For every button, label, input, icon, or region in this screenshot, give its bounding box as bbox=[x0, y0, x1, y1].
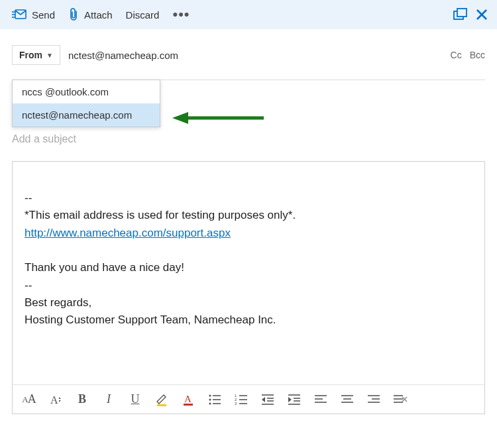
svg-rect-13 bbox=[184, 404, 193, 406]
svg-text:A: A bbox=[50, 394, 58, 406]
align-left-button[interactable] bbox=[308, 387, 333, 412]
cc-button[interactable]: Cc bbox=[451, 50, 462, 60]
discard-label: Discard bbox=[126, 9, 160, 21]
body-line bbox=[25, 242, 472, 259]
highlight-button[interactable] bbox=[149, 387, 174, 412]
svg-point-14 bbox=[209, 394, 211, 396]
attach-button[interactable]: Attach bbox=[62, 4, 119, 25]
svg-text:A: A bbox=[184, 394, 192, 404]
body-line: -- bbox=[25, 190, 472, 207]
svg-point-16 bbox=[209, 398, 211, 400]
body-line: Best regards, bbox=[25, 294, 472, 311]
svg-marker-30 bbox=[262, 397, 265, 402]
from-row: From ▼ nctest@namecheap.com Cc Bcc bbox=[12, 45, 485, 65]
from-option-1[interactable]: nctest@namecheap.com bbox=[13, 103, 160, 127]
bullet-list-button[interactable] bbox=[202, 387, 227, 412]
indent-decrease-button[interactable] bbox=[255, 387, 280, 412]
from-option-0[interactable]: nccs @outlook.com bbox=[13, 80, 160, 103]
from-selected-address: nctest@namecheap.com bbox=[68, 50, 178, 61]
format-toolbar: AA A B I U A bbox=[13, 384, 484, 414]
svg-rect-11 bbox=[157, 404, 166, 406]
popout-icon[interactable] bbox=[453, 8, 468, 21]
svg-marker-35 bbox=[288, 397, 292, 402]
bold-button[interactable]: B bbox=[70, 387, 95, 412]
svg-rect-5 bbox=[457, 9, 467, 17]
more-actions-button[interactable]: ••• bbox=[166, 6, 196, 23]
subject-input[interactable] bbox=[12, 131, 485, 148]
send-label: Send bbox=[32, 9, 55, 21]
bcc-button[interactable]: Bcc bbox=[470, 50, 485, 60]
underline-button[interactable]: U bbox=[123, 387, 148, 412]
from-dropdown-menu: nccs @outlook.com nctest@namecheap.com bbox=[12, 80, 160, 127]
message-body-container: -- *This email address is used for testi… bbox=[12, 161, 485, 414]
body-link[interactable]: http://www.namecheap.com/support.aspx bbox=[25, 227, 231, 239]
italic-button[interactable]: I bbox=[96, 387, 121, 412]
indent-increase-button[interactable] bbox=[282, 387, 307, 412]
attach-label: Attach bbox=[84, 9, 113, 21]
font-size-button[interactable]: A bbox=[43, 387, 68, 412]
compose-toolbar: Send Attach Discard ••• bbox=[0, 0, 497, 29]
from-label: From bbox=[19, 50, 42, 60]
body-line: *This email address is used for testing … bbox=[25, 207, 472, 224]
send-icon bbox=[12, 9, 27, 20]
font-family-button[interactable]: AA bbox=[17, 387, 42, 412]
number-list-button[interactable]: 1 2 3 bbox=[229, 387, 254, 412]
discard-button[interactable]: Discard bbox=[119, 5, 166, 25]
paperclip-icon bbox=[68, 8, 79, 21]
svg-marker-9 bbox=[172, 112, 188, 124]
close-icon[interactable] bbox=[476, 9, 488, 21]
subject-row bbox=[12, 131, 485, 148]
send-button[interactable]: Send bbox=[5, 5, 62, 25]
chevron-down-icon: ▼ bbox=[46, 52, 53, 59]
body-line: -- bbox=[25, 277, 472, 294]
align-center-button[interactable] bbox=[335, 387, 360, 412]
svg-point-18 bbox=[209, 402, 211, 404]
body-line: Hosting Customer Support Team, Namecheap… bbox=[25, 311, 472, 329]
annotation-arrow bbox=[172, 110, 265, 126]
align-right-button[interactable] bbox=[361, 387, 386, 412]
clear-formatting-button[interactable] bbox=[388, 387, 413, 412]
svg-text:3: 3 bbox=[235, 402, 237, 406]
from-dropdown-button[interactable]: From ▼ bbox=[12, 45, 60, 65]
message-body[interactable]: -- *This email address is used for testi… bbox=[13, 162, 484, 384]
body-line: Thank you and have a nice day! bbox=[25, 259, 472, 276]
font-color-button[interactable]: A bbox=[176, 387, 201, 412]
